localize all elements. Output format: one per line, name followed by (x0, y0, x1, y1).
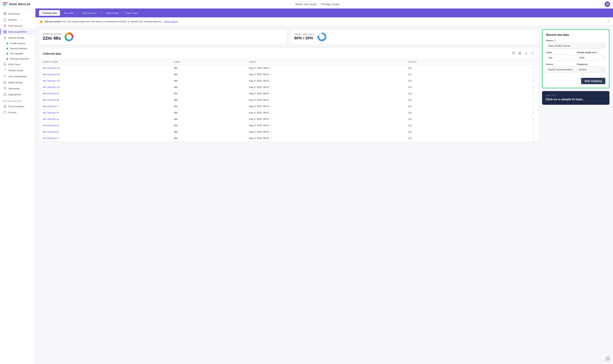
banner-close-button[interactable]: ✕ (607, 20, 610, 23)
sidebar-item-retrain[interactable]: Retrain model (0, 67, 35, 73)
cell-label: Idle (170, 65, 245, 71)
cell-sample-name[interactable]: Idle.3afuceju.s8 (39, 97, 170, 103)
svg-rect-4 (4, 18, 6, 21)
sensor-select[interactable]: Built-in accelerometer (546, 67, 575, 72)
row-menu-button[interactable]: ⋮ (488, 65, 538, 71)
tab-test-data[interactable]: Test data (61, 10, 76, 16)
cell-sample-name[interactable]: Idle.3afuceju.s1 (39, 135, 170, 142)
start-sampling-button[interactable]: Start sampling (581, 78, 605, 84)
table-row: Idle.3afuceju.s13 Idle Aug 17 2022, 08:4… (39, 71, 538, 78)
tab-upload-data[interactable]: Upload data (103, 10, 122, 16)
tab-training-data[interactable]: Training data (39, 10, 60, 16)
cell-sample-name[interactable]: Idle.3afuceju.s4 (39, 116, 170, 122)
sample-length-input[interactable] (577, 55, 605, 61)
sidebar-item-data-sources[interactable]: Data sources (0, 23, 35, 29)
activity-icon (3, 75, 7, 78)
page-expand-button[interactable] (605, 356, 610, 361)
row-menu-button[interactable]: ⋮ (488, 103, 538, 110)
sidebar-item-documentation[interactable]: Documentation (0, 103, 35, 109)
sidebar-item-live-classification[interactable]: Live classification (0, 73, 35, 79)
spinner-down[interactable]: ▼ (602, 58, 605, 60)
expand-table-button[interactable] (531, 51, 535, 56)
sidebar-item-impulse-design[interactable]: Impulse design (0, 35, 35, 41)
cell-sample-name[interactable]: Idle.3afuceju.s3 (39, 122, 170, 129)
sidebar-item-deployment[interactable]: Deployment (0, 91, 35, 97)
dot-icon-nn (6, 53, 8, 55)
sidebar-item-eon-tuner[interactable]: EON Tuner (0, 61, 35, 67)
logo-icon (3, 2, 8, 6)
table-row: Idle.3afuceju.s2 Idle Aug 17 2022, 08:47… (39, 129, 538, 135)
logo[interactable]: EDGE IMPULSE (3, 2, 30, 6)
cell-sample-name[interactable]: Idle.3afuceju.s13 (39, 71, 170, 78)
dot-icon-spectral (6, 48, 8, 50)
device-help-icon[interactable]: ? (554, 39, 556, 42)
svg-marker-28 (512, 52, 515, 54)
cell-added: Aug 17 2022, 08:47:... (245, 116, 404, 122)
filter-button[interactable] (511, 51, 516, 56)
sidebar-sub-item-nn-classifier[interactable]: NN Classifier (0, 51, 35, 56)
sidebar-sub-item-create-impulse[interactable]: Create impulse (0, 41, 35, 46)
cell-sample-name[interactable]: Idle.3afuceju.s12 (39, 78, 170, 84)
cell-length: 11s (404, 65, 488, 71)
row-menu-button[interactable]: ⋮ (488, 71, 538, 78)
sidebar-item-versioning[interactable]: Versioning (0, 85, 35, 91)
dot-icon-anomaly (6, 58, 8, 60)
row-menu-button[interactable]: ⋮ (488, 129, 538, 135)
cell-sample-name[interactable]: Idle.3afuceju.s9 (39, 90, 170, 97)
svg-rect-2 (4, 14, 5, 15)
table-row: Idle.3afuceju.s9 Idle Aug 17 2022, 08:47… (39, 90, 538, 97)
sidebar-item-model-testing[interactable]: Model testing (0, 79, 35, 85)
spinner-up[interactable]: ▲ (602, 56, 605, 58)
cell-added: Aug 17 2022, 08:47:... (245, 135, 404, 142)
cell-sample-name[interactable]: Idle.3afuceju.s7 (39, 103, 170, 110)
cell-added: Aug 17 2022, 08:47:... (245, 110, 404, 116)
row-menu-button[interactable]: ⋮ (488, 78, 538, 84)
sidebar-item-forums[interactable]: Forums (0, 109, 35, 115)
info-banner: 👍 Did you know? You can capture data fro… (36, 17, 613, 26)
cell-length: 11s (404, 122, 488, 129)
collected-data-panel: Collected data (39, 48, 539, 142)
sample-length-wrapper: ▲ ▼ (577, 55, 605, 61)
cell-sample-name[interactable]: Idle.3afuceju.s6 (39, 110, 170, 116)
sidebar-sub-label-spectral: Spectral features (10, 47, 27, 50)
select-all-button[interactable] (518, 51, 522, 56)
cell-label: Idle (170, 129, 245, 135)
row-menu-button[interactable]: ⋮ (488, 110, 538, 116)
raw-data-hint[interactable]: Click on a sample to load... (545, 98, 606, 101)
svg-rect-16 (4, 94, 6, 96)
device-select[interactable]: Nano 33 BLE Sense (546, 43, 605, 49)
show-options-link[interactable]: Show options (164, 20, 178, 23)
table-row: Idle.3afuceju.s4 Idle Aug 17 2022, 08:47… (39, 116, 538, 122)
donut-chart-split (317, 32, 327, 41)
tab-data-explorer[interactable]: Data explorer (80, 10, 100, 16)
tab-sep-1: | (78, 11, 78, 15)
cell-length: 11s (404, 116, 488, 122)
sidebar-sub-item-spectral-features[interactable]: Spectral features (0, 46, 35, 51)
sample-length-label: Sample length (ms.) (577, 51, 605, 54)
sidebar-sub-item-anomaly-detection[interactable]: Anomaly detection (0, 56, 35, 61)
row-menu-button[interactable]: ⋮ (488, 90, 538, 97)
sidebar-item-dashboard[interactable]: Dashboard (0, 11, 35, 17)
cell-sample-name[interactable]: Idle.3afuceju.s14 (39, 65, 170, 71)
cell-sample-name[interactable]: Idle.3afuceju.s2 (39, 129, 170, 135)
cell-sample-name[interactable]: Idle.3afuceju.s11 (39, 84, 170, 90)
tab-export-data[interactable]: Export data (123, 10, 141, 16)
cell-label: Idle (170, 110, 245, 116)
sidebar-label-model-testing: Model testing (8, 81, 23, 84)
form-group-frequency: Frequency 62.5Hz (577, 63, 605, 72)
avatar[interactable]: SJ (604, 1, 610, 7)
row-menu-button[interactable]: ⋮ (488, 97, 538, 103)
row-menu-button[interactable]: ⋮ (488, 116, 538, 122)
cell-label: Idle (170, 90, 245, 97)
download-button[interactable] (524, 51, 528, 56)
start-sampling-row: Start sampling (546, 76, 605, 84)
form-group-sensor: Sensor Built-in accelerometer (546, 63, 575, 72)
label-input[interactable] (546, 55, 575, 61)
row-menu-button[interactable]: ⋮ (488, 135, 538, 142)
sidebar-item-devices[interactable]: Devices (0, 17, 35, 23)
row-menu-button[interactable]: ⋮ (488, 122, 538, 129)
col-label: LABEL (170, 59, 245, 65)
frequency-select[interactable]: 62.5Hz (577, 67, 605, 72)
sidebar-item-data-acquisition[interactable]: Data acquisition (0, 29, 35, 35)
row-menu-button[interactable]: ⋮ (488, 84, 538, 90)
